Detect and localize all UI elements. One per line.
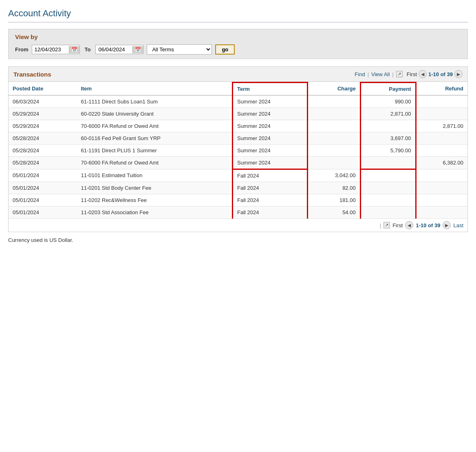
footer-external-icon[interactable]: ↗: [383, 222, 390, 228]
cell-refund: [416, 108, 467, 120]
table-row: 05/28/2024 60-0116 Fed Pell Grant Sum YR…: [9, 132, 467, 145]
footer-prev-button[interactable]: ◀: [405, 221, 413, 229]
cell-term: Summer 2024: [232, 95, 307, 108]
footer-pagination: | ↗ First ◀ 1-10 of 39 ▶ Last: [9, 219, 467, 232]
footer-pagination-info: 1-10 of 39: [416, 222, 440, 228]
cell-term: Fall 2024: [232, 182, 307, 194]
last-link[interactable]: Last: [453, 222, 463, 228]
cell-charge: [308, 145, 361, 157]
cell-posted-date: 05/28/2024: [9, 145, 77, 157]
col-posted-date: Posted Date: [9, 83, 77, 96]
table-row: 06/03/2024 61-1111 Direct Subs Loan1 Sum…: [9, 95, 467, 108]
cell-posted-date: 05/28/2024: [9, 132, 77, 145]
cell-posted-date: 05/01/2024: [9, 206, 77, 219]
cell-refund: [416, 95, 467, 108]
table-row: 05/28/2024 70-6000 FA Refund or Owed Amt…: [9, 157, 467, 169]
cell-term: Summer 2024: [232, 132, 307, 145]
cell-term: Fall 2024: [232, 194, 307, 206]
cell-term: Fall 2024: [232, 169, 307, 182]
col-payment: Payment: [360, 83, 416, 96]
cell-refund: [416, 169, 467, 182]
cell-charge: [308, 95, 361, 108]
cell-charge: 82.00: [308, 182, 361, 194]
table-row: 05/01/2024 11-0101 Estimated Tuition Fal…: [9, 169, 467, 182]
footer-next-button[interactable]: ▶: [443, 221, 451, 229]
table-row: 05/01/2024 11-0203 Std Association Fee F…: [9, 206, 467, 219]
view-by-section: View by From 📅 To 📅 All Terms Summer 202…: [8, 29, 468, 59]
to-date-wrap: 📅: [95, 45, 143, 54]
cell-charge: [308, 132, 361, 145]
cell-item: 11-0201 Std Body Center Fee: [77, 182, 232, 194]
view-all-link[interactable]: View All: [371, 71, 390, 77]
table-row: 05/29/2024 60-0220 State University Gran…: [9, 108, 467, 120]
view-by-title: View by: [15, 33, 461, 40]
cell-posted-date: 05/29/2024: [9, 120, 77, 132]
cell-payment: 990.00: [360, 95, 416, 108]
to-date-input[interactable]: [96, 45, 132, 54]
cell-refund: [416, 145, 467, 157]
cell-term: Fall 2024: [232, 206, 307, 219]
transactions-section: Transactions Find | View All | ↗ First ◀…: [8, 66, 468, 232]
cell-payment: [360, 120, 416, 132]
table-header-row: Posted Date Item Term Charge Payment Ref…: [9, 83, 467, 96]
col-item: Item: [77, 83, 232, 96]
top-pagination: First ◀ 1-10 of 39 ▶: [407, 70, 463, 78]
go-button[interactable]: go: [215, 44, 235, 55]
transactions-title: Transactions: [13, 71, 51, 78]
page-title: Account Activity: [8, 8, 468, 22]
col-charge: Charge: [308, 83, 361, 96]
cell-term: Summer 2024: [232, 108, 307, 120]
terms-select[interactable]: All Terms Summer 2024 Fall 2024 Spring 2…: [147, 44, 212, 55]
external-link-icon[interactable]: ↗: [396, 71, 403, 77]
cell-term: Summer 2024: [232, 145, 307, 157]
cell-refund: 2,871.00: [416, 120, 467, 132]
cell-payment: [360, 157, 416, 169]
cell-posted-date: 06/03/2024: [9, 95, 77, 108]
col-refund: Refund: [416, 83, 467, 96]
cell-payment: 5,790.00: [360, 145, 416, 157]
cell-refund: 6,382.00: [416, 157, 467, 169]
cell-charge: 3,042.00: [308, 169, 361, 182]
filter-row: From 📅 To 📅 All Terms Summer 2024 Fall 2…: [15, 44, 461, 55]
from-label: From: [15, 46, 29, 53]
currency-note: Currency used is US Dollar.: [8, 237, 468, 243]
table-row: 05/01/2024 11-0201 Std Body Center Fee F…: [9, 182, 467, 194]
next-page-button[interactable]: ▶: [454, 70, 463, 78]
cell-item: 11-0202 Rec&Wellness Fee: [77, 194, 232, 206]
cell-payment: [360, 194, 416, 206]
footer-first-label: First: [392, 222, 403, 228]
cell-payment: 3,697.00: [360, 132, 416, 145]
cell-payment: 2,871.00: [360, 108, 416, 120]
cell-item: 61-1111 Direct Subs Loan1 Sum: [77, 95, 232, 108]
cell-payment: [360, 182, 416, 194]
cell-charge: 181.00: [308, 194, 361, 206]
cell-posted-date: 05/28/2024: [9, 157, 77, 169]
cell-refund: [416, 132, 467, 145]
find-link[interactable]: Find: [355, 71, 365, 77]
to-calendar-button[interactable]: 📅: [132, 46, 143, 53]
from-date-input[interactable]: [32, 45, 69, 54]
first-label: First: [407, 71, 417, 77]
prev-page-button[interactable]: ◀: [419, 70, 427, 78]
cell-posted-date: 05/01/2024: [9, 194, 77, 206]
cell-item: 60-0116 Fed Pell Grant Sum YRP: [77, 132, 232, 145]
cell-charge: [308, 120, 361, 132]
cell-item: 70-6000 FA Refund or Owed Amt: [77, 157, 232, 169]
transactions-header: Transactions Find | View All | ↗ First ◀…: [9, 67, 467, 82]
cell-item: 61-1191 Direct PLUS 1 Summer: [77, 145, 232, 157]
from-calendar-button[interactable]: 📅: [69, 46, 79, 53]
to-label: To: [85, 46, 91, 53]
cell-refund: [416, 182, 467, 194]
cell-refund: [416, 194, 467, 206]
from-date-wrap: 📅: [32, 45, 80, 54]
transactions-table: Posted Date Item Term Charge Payment Ref…: [9, 82, 467, 219]
cell-payment: [360, 169, 416, 182]
table-row: 05/29/2024 70-6000 FA Refund or Owed Amt…: [9, 120, 467, 132]
cell-item: 11-0203 Std Association Fee: [77, 206, 232, 219]
cell-charge: 54.00: [308, 206, 361, 219]
pagination-info: 1-10 of 39: [428, 71, 453, 77]
cell-posted-date: 05/01/2024: [9, 169, 77, 182]
col-term: Term: [232, 83, 307, 96]
table-row: 05/01/2024 11-0202 Rec&Wellness Fee Fall…: [9, 194, 467, 206]
cell-posted-date: 05/29/2024: [9, 108, 77, 120]
